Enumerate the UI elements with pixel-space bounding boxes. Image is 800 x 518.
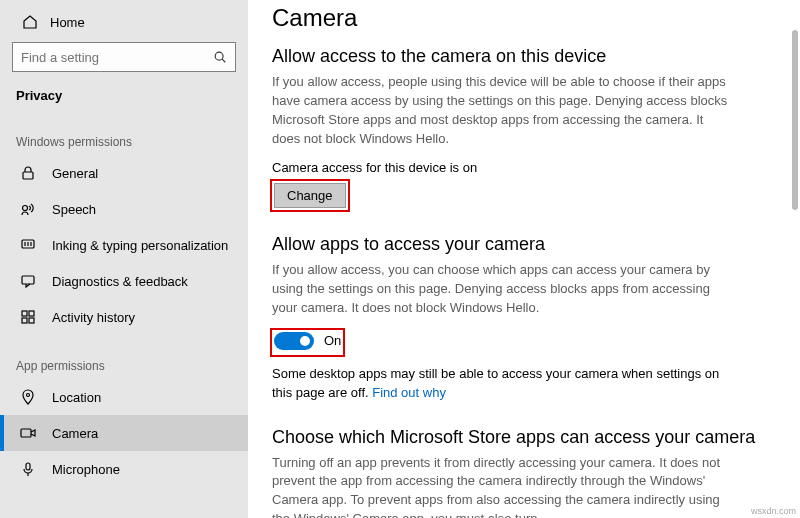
sidebar-item-inking[interactable]: Inking & typing personalization bbox=[0, 227, 248, 263]
section-heading: Choose which Microsoft Store apps can ac… bbox=[272, 427, 770, 448]
sidebar-item-label: General bbox=[52, 166, 98, 181]
sidebar-item-label: Location bbox=[52, 390, 101, 405]
svg-rect-14 bbox=[21, 429, 31, 437]
sidebar-item-general[interactable]: General bbox=[0, 155, 248, 191]
home-icon bbox=[22, 14, 38, 30]
speech-icon bbox=[20, 201, 36, 217]
desktop-apps-note: Some desktop apps may still be able to a… bbox=[272, 365, 732, 403]
section-heading: Allow apps to access your camera bbox=[272, 234, 770, 255]
sidebar-item-location[interactable]: Location bbox=[0, 379, 248, 415]
sidebar-item-microphone[interactable]: Microphone bbox=[0, 451, 248, 487]
apps-access-toggle[interactable]: On bbox=[274, 332, 341, 350]
sidebar-item-activity[interactable]: Activity history bbox=[0, 299, 248, 335]
section-label-app: App permissions bbox=[0, 335, 248, 379]
section-app-access: Allow apps to access your camera If you … bbox=[272, 234, 770, 402]
activity-icon bbox=[20, 309, 36, 325]
search-box[interactable] bbox=[12, 42, 236, 72]
highlight-toggle: On bbox=[272, 330, 343, 355]
svg-line-1 bbox=[222, 59, 225, 62]
home-label: Home bbox=[50, 15, 85, 30]
app-permissions-list: Location Camera Microphone bbox=[0, 379, 248, 487]
toggle-label: On bbox=[324, 333, 341, 348]
change-button[interactable]: Change bbox=[274, 183, 346, 208]
section-description: If you allow access, people using this d… bbox=[272, 73, 732, 148]
watermark: wsxdn.com bbox=[751, 506, 796, 516]
svg-point-0 bbox=[215, 52, 223, 60]
highlight-change: Change bbox=[272, 181, 348, 210]
section-description: Turning off an app prevents it from dire… bbox=[272, 454, 732, 518]
sidebar-item-diagnostics[interactable]: Diagnostics & feedback bbox=[0, 263, 248, 299]
windows-permissions-list: General Speech Inking & typing personali… bbox=[0, 155, 248, 335]
sidebar-current-category: Privacy bbox=[0, 82, 248, 111]
content-area: Camera Allow access to the camera on thi… bbox=[248, 0, 800, 518]
svg-rect-8 bbox=[22, 276, 34, 284]
section-label-windows: Windows permissions bbox=[0, 111, 248, 155]
section-store-apps: Choose which Microsoft Store apps can ac… bbox=[272, 427, 770, 518]
sidebar-item-label: Microphone bbox=[52, 462, 120, 477]
scrollbar[interactable] bbox=[792, 30, 798, 210]
svg-rect-11 bbox=[22, 318, 27, 323]
search-icon bbox=[213, 50, 227, 64]
section-description: If you allow access, you can choose whic… bbox=[272, 261, 732, 318]
device-access-status: Camera access for this device is on bbox=[272, 160, 770, 175]
microphone-icon bbox=[20, 461, 36, 477]
sidebar-item-label: Activity history bbox=[52, 310, 135, 325]
sidebar-item-camera[interactable]: Camera bbox=[0, 415, 248, 451]
sidebar-item-speech[interactable]: Speech bbox=[0, 191, 248, 227]
svg-rect-15 bbox=[26, 463, 30, 470]
section-device-access: Allow access to the camera on this devic… bbox=[272, 46, 770, 210]
sidebar-item-label: Diagnostics & feedback bbox=[52, 274, 188, 289]
svg-rect-2 bbox=[23, 172, 33, 179]
find-out-why-link[interactable]: Find out why bbox=[372, 385, 446, 400]
sidebar-item-label: Inking & typing personalization bbox=[52, 238, 228, 253]
inking-icon bbox=[20, 237, 36, 253]
page-title: Camera bbox=[272, 4, 770, 32]
svg-point-3 bbox=[23, 206, 28, 211]
sidebar: Home Privacy Windows permissions General… bbox=[0, 0, 248, 518]
sidebar-item-label: Speech bbox=[52, 202, 96, 217]
svg-rect-12 bbox=[29, 318, 34, 323]
svg-rect-10 bbox=[29, 311, 34, 316]
camera-icon bbox=[20, 425, 36, 441]
svg-rect-9 bbox=[22, 311, 27, 316]
location-icon bbox=[20, 389, 36, 405]
home-nav[interactable]: Home bbox=[0, 8, 248, 38]
svg-point-13 bbox=[27, 394, 30, 397]
lock-icon bbox=[20, 165, 36, 181]
section-heading: Allow access to the camera on this devic… bbox=[272, 46, 770, 67]
sidebar-item-label: Camera bbox=[52, 426, 98, 441]
search-input[interactable] bbox=[21, 50, 213, 65]
note-text: Some desktop apps may still be able to a… bbox=[272, 366, 719, 400]
toggle-switch-on bbox=[274, 332, 314, 350]
feedback-icon bbox=[20, 273, 36, 289]
